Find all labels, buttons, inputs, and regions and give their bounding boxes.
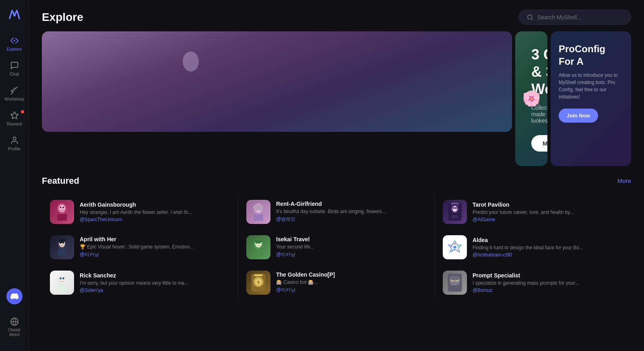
bot-name-tarot: Tarot Pavilion (473, 201, 623, 208)
bot-desc-aerith: Hey stranger, I am Aerith the flower sel… (80, 209, 230, 215)
bot-desc-casino: 🎰 Casino bot 🎰... (276, 279, 426, 285)
globe-icon (10, 317, 19, 326)
sidebar-navigation: Explore Chat Workshop (2, 32, 27, 281)
bot-item-aerith[interactable]: Aerith Gainsborough Hey stranger, I am A… (43, 194, 236, 230)
svg-rect-41 (452, 215, 458, 218)
sidebar-item-discord[interactable] (2, 281, 27, 312)
proconfig-title: ProConfig For A (559, 43, 623, 68)
bot-name-rick: Rick Sanchez (80, 272, 230, 279)
svg-rect-35 (254, 274, 263, 276)
bot-name-rent: Rent-A-Girlfriend (276, 201, 426, 207)
bot-item-isekai[interactable]: Isekai Travel Your second life... @이카낭 (240, 230, 433, 265)
bot-info-aldea: Aldea Finding it hard to design the idea… (473, 237, 623, 258)
proconfig-description: Allow us to introduce you to MyShell cre… (559, 72, 623, 101)
bot-info-rent: Rent-A-Girlfriend It's beutiful day outs… (276, 201, 426, 223)
featured-bot-grid: Aerith Gainsborough Hey stranger, I am A… (42, 194, 631, 300)
featured-title: Featured (42, 176, 79, 186)
join-now-button[interactable]: Join Now (559, 109, 598, 123)
bot-item-tarot[interactable]: Tarot Pavilion Predict your future caree… (436, 194, 630, 230)
svg-point-47 (456, 249, 458, 251)
bot-info-april: April with Her 🏆 Epic Visual Novel : Sol… (80, 236, 230, 258)
discord-icon (6, 288, 23, 304)
bot-avatar-prompt (443, 271, 467, 295)
svg-point-18 (60, 277, 62, 279)
svg-point-0 (13, 14, 16, 16)
svg-point-19 (62, 277, 64, 279)
bot-author-tarot: @AIGame (473, 217, 623, 222)
svg-point-17 (59, 275, 66, 283)
workshop-label: Workshop (4, 96, 24, 101)
reward-icon (10, 111, 19, 120)
sidebar-bottom: ClassicWeb3 (2, 281, 27, 345)
bot-author-april: @이카낭 (80, 251, 230, 258)
bot-avatar-casino: $ (246, 271, 270, 295)
bot-item-rick[interactable]: Rick Sanchez I'm sorry, but your opinion… (43, 265, 236, 300)
svg-point-9 (62, 206, 64, 208)
featured-section-header: Featured More (42, 176, 631, 186)
bot-name-aldea: Aldea (473, 237, 623, 243)
svg-text:$: $ (257, 279, 260, 284)
bot-avatar-rent (246, 200, 270, 224)
svg-point-1 (14, 40, 15, 41)
bot-author-rick: @Solen'ya (80, 287, 230, 293)
bot-item-april[interactable]: April with Her 🏆 Epic Visual Novel : Sol… (43, 230, 236, 265)
svg-point-57 (451, 282, 453, 285)
search-bar[interactable] (518, 10, 631, 25)
explore-icon (10, 36, 19, 45)
banner-description: Collection of bots made by luokeshenai. (531, 105, 547, 124)
featured-column-3: Tarot Pavilion Predict your future caree… (435, 194, 631, 300)
main-content: Explore 3 Cats & 3 Women Collection of b… (29, 0, 644, 351)
page-header: Explore (29, 0, 644, 31)
search-input[interactable] (537, 14, 623, 21)
svg-rect-25 (254, 214, 263, 221)
svg-point-39 (453, 207, 454, 209)
svg-point-40 (455, 207, 457, 209)
bot-author-prompt: @Borsuc (473, 287, 623, 293)
profile-icon (10, 136, 19, 145)
bot-item-prompt[interactable]: Prompt Specialist I specialize in genera… (436, 265, 630, 300)
bot-avatar-rick (50, 271, 74, 295)
bot-desc-isekai: Your second life... (276, 244, 426, 250)
svg-point-7 (59, 204, 65, 212)
proconfig-content: ProConfig For A Allow us to introduce yo… (559, 43, 623, 123)
svg-point-45 (454, 243, 456, 244)
meet-now-button[interactable]: Meet Now (531, 135, 547, 152)
bot-info-prompt: Prompt Specialist I specialize in genera… (473, 272, 623, 293)
svg-point-38 (452, 206, 457, 212)
bot-avatar-isekai (246, 235, 270, 259)
svg-rect-30 (254, 249, 263, 256)
svg-rect-15 (58, 248, 66, 256)
reward-label: Reward (7, 121, 22, 126)
banner-left-image (42, 31, 512, 132)
bot-item-rent[interactable]: Rent-A-Girlfriend It's beutiful day outs… (240, 194, 433, 230)
banner-main-card: 3 Cats & 3 Women Collection of bots made… (515, 31, 547, 166)
bot-item-aldea[interactable]: Aldea Finding it hard to design the idea… (436, 230, 630, 265)
app-logo[interactable] (6, 6, 23, 23)
chat-label: Chat (10, 72, 19, 76)
abstract-face-art (42, 31, 512, 132)
bot-item-casino[interactable]: $ The Golden Casino[P] 🎰 Casino bot 🎰...… (240, 265, 433, 300)
bot-info-isekai: Isekai Travel Your second life... @이카낭 (276, 236, 426, 258)
sidebar-item-reward[interactable]: Reward (2, 107, 27, 130)
workshop-icon (10, 86, 19, 95)
svg-point-58 (456, 282, 459, 285)
web3-label: ClassicWeb3 (8, 328, 21, 337)
bot-desc-april: 🏆 Epic Visual Novel : Solid game system,… (80, 244, 230, 250)
svg-point-44 (454, 246, 456, 248)
search-icon (527, 14, 533, 21)
svg-rect-20 (57, 285, 67, 292)
bot-author-aldea: @richbahrain-c5f0 (473, 252, 623, 258)
featured-more-link[interactable]: More (617, 177, 631, 184)
sidebar-item-workshop[interactable]: Workshop (2, 82, 27, 105)
svg-point-48 (452, 249, 453, 251)
sidebar-item-profile[interactable]: Profile (2, 132, 27, 155)
bot-avatar-april (50, 235, 74, 259)
sidebar-item-explore[interactable]: Explore (2, 32, 27, 55)
sidebar-item-web3[interactable]: ClassicWeb3 (2, 313, 27, 341)
banner-section: 3 Cats & 3 Women Collection of bots made… (29, 31, 644, 166)
chat-icon (10, 61, 19, 70)
sidebar-item-chat[interactable]: Chat (2, 57, 27, 80)
bot-avatar-aldea (443, 235, 467, 259)
bot-name-prompt: Prompt Specialist (473, 272, 623, 279)
featured-column-1: Aerith Gainsborough Hey stranger, I am A… (42, 194, 238, 300)
